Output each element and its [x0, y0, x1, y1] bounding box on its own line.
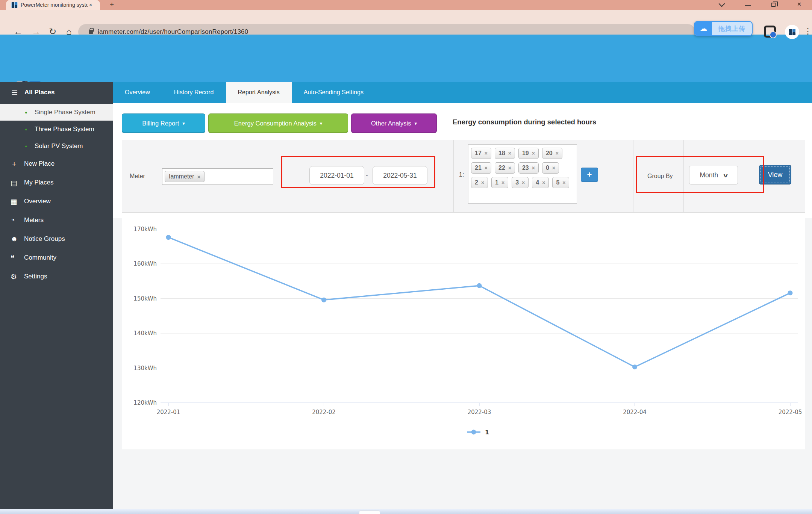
- page-tab[interactable]: Overview: [113, 82, 162, 103]
- group-by-select[interactable]: Month v: [689, 166, 738, 184]
- chip-remove-icon[interactable]: ×: [532, 150, 535, 156]
- svg-text:150kWh: 150kWh: [133, 295, 157, 302]
- meter-label: Meter: [130, 173, 145, 180]
- chip-remove-icon[interactable]: ×: [562, 180, 565, 186]
- date-to-input[interactable]: 2022-05-31: [373, 166, 427, 185]
- browser-menu-icon[interactable]: ⋮: [804, 26, 812, 36]
- page-tab-bar: Overview History Record Report Analysis …: [113, 82, 812, 103]
- upload-overlay-label: 拖拽上传: [712, 22, 752, 35]
- content-area: Billing Report ▾ Energy Consumption Anal…: [113, 103, 812, 509]
- add-hour-group-button[interactable]: +: [581, 168, 598, 182]
- hour-chip[interactable]: 18 ×: [495, 148, 515, 159]
- browser-tab[interactable]: PowerMeter monitoring system ×: [6, 0, 100, 10]
- hour-chip[interactable]: 21 ×: [471, 162, 491, 174]
- sidebar-header-all-places[interactable]: ☰ All Places: [0, 82, 113, 103]
- meter-select-input[interactable]: Iammeter ×: [162, 168, 273, 185]
- svg-text:2022-01: 2022-01: [157, 409, 180, 416]
- sidebar-item-icon: ●: [25, 144, 35, 148]
- chip-remove-icon[interactable]: ×: [532, 165, 535, 171]
- sidebar-item-icon: ▦: [11, 197, 24, 206]
- hour-chip[interactable]: 23 ×: [518, 162, 539, 174]
- window-close-button[interactable]: ×: [795, 1, 804, 8]
- hamburger-icon: ☰: [11, 88, 18, 97]
- browser-tab-title: PowerMeter monitoring system: [21, 2, 88, 8]
- window-minimize-button[interactable]: [745, 5, 751, 6]
- new-tab-button[interactable]: +: [110, 0, 114, 9]
- date-from-input[interactable]: 2022-01-01: [309, 166, 364, 185]
- chip-remove-icon[interactable]: ×: [552, 165, 555, 171]
- sidebar-item[interactable]: ❝ Community: [0, 248, 113, 267]
- chip-remove-icon[interactable]: ×: [522, 180, 525, 186]
- svg-text:130kWh: 130kWh: [133, 365, 157, 372]
- sidebar-item-icon: ＋: [11, 159, 24, 169]
- sidebar-item[interactable]: ＋ New Place: [0, 154, 113, 173]
- chip-remove-icon[interactable]: ×: [556, 150, 559, 156]
- browser-tab-strip: PowerMeter monitoring system × + ×: [0, 0, 812, 10]
- sidebar-item-icon: ☻: [11, 235, 24, 243]
- hour-chip[interactable]: 17 ×: [471, 148, 491, 159]
- hour-chip[interactable]: 4 ×: [532, 177, 549, 188]
- page-tab[interactable]: Auto-Sending Settings: [292, 82, 376, 103]
- report-dropdown-button[interactable]: Other Analysis ▾: [351, 113, 437, 133]
- view-button[interactable]: View: [759, 165, 791, 184]
- sidebar-item-icon: ◔: [11, 216, 24, 224]
- sidebar-item-icon: ⚙: [11, 272, 24, 281]
- chip-remove-icon[interactable]: ×: [508, 150, 511, 156]
- hour-chip[interactable]: 5 ×: [552, 177, 569, 188]
- browser-toolbar: ← → ↻ ⌂ iammeter.com/dz/user/hourCompari…: [0, 10, 812, 35]
- window-menu-chevron-icon[interactable]: [719, 1, 725, 7]
- page-tab[interactable]: Report Analysis: [226, 82, 292, 103]
- sidebar-item[interactable]: ◔ Meters: [0, 211, 113, 230]
- chip-remove-icon[interactable]: ×: [508, 165, 511, 171]
- group-by-label: Group By: [647, 173, 673, 180]
- sidebar-item-label: Community: [24, 254, 56, 262]
- chip-remove-icon[interactable]: ×: [481, 180, 484, 186]
- chip-remove-icon[interactable]: ×: [485, 150, 488, 156]
- netdisk-upload-overlay[interactable]: ☁ 拖拽上传: [694, 21, 753, 36]
- svg-text:140kWh: 140kWh: [133, 330, 157, 337]
- hour-chip[interactable]: 3 ×: [512, 177, 529, 188]
- caret-down-icon: ▾: [320, 121, 323, 126]
- sidebar-item[interactable]: ⚙ Settings: [0, 267, 113, 286]
- screen: PowerMeter monitoring system × + × ← → ↻…: [0, 0, 812, 514]
- chip-remove-icon[interactable]: ×: [485, 165, 488, 171]
- taskbar-peek-button[interactable]: [359, 510, 380, 514]
- sidebar-item[interactable]: ▤ My Places: [0, 173, 113, 192]
- hour-chip[interactable]: 1 ×: [491, 177, 508, 188]
- sidebar-item[interactable]: ● Solar PV System: [0, 138, 113, 154]
- line-chart-card: 170kWh160kWh150kWh140kWh130kWh120kWh2022…: [122, 218, 805, 449]
- hour-chip[interactable]: 20 ×: [542, 148, 562, 159]
- meter-chip: Iammeter ×: [165, 171, 205, 182]
- date-range-separator: -: [366, 171, 368, 179]
- chip-remove-icon[interactable]: ×: [542, 180, 545, 186]
- chip-remove-icon[interactable]: ×: [501, 180, 504, 186]
- sidebar-item[interactable]: ☻ Notice Groups: [0, 230, 113, 248]
- app-header: IAMMETER / PowerMeter monitoring system: [0, 35, 812, 82]
- sidebar: ● Single Phase System ● Three Phase Syst…: [0, 103, 113, 509]
- hour-chip[interactable]: 22 ×: [495, 162, 515, 174]
- hour-chip[interactable]: 19 ×: [518, 148, 539, 159]
- sidebar-item-icon: ●: [25, 127, 35, 132]
- page-tab[interactable]: History Record: [162, 82, 226, 103]
- sidebar-item-label: Settings: [24, 273, 47, 280]
- svg-text:2022-05: 2022-05: [779, 409, 802, 416]
- sidebar-item-label: Solar PV System: [35, 142, 83, 150]
- tab-close-icon[interactable]: ×: [89, 2, 92, 8]
- filter-table: Meter Iammeter × 2022-01-01 - 2022-05-31…: [122, 140, 805, 213]
- browser-profile-avatar[interactable]: [785, 25, 799, 39]
- sidebar-item-label: Notice Groups: [24, 235, 65, 243]
- sidebar-item[interactable]: ● Three Phase System: [0, 121, 113, 138]
- chip-remove-icon[interactable]: ×: [197, 174, 201, 180]
- hour-chip[interactable]: 2 ×: [471, 177, 488, 188]
- hour-chip[interactable]: 0 ×: [542, 162, 559, 174]
- lock-icon: [89, 30, 93, 34]
- site-favicon: [11, 2, 18, 8]
- sidebar-item[interactable]: ▦ Overview: [0, 192, 113, 211]
- sidebar-header-label: All Places: [24, 89, 55, 96]
- side-panel-extension-icon[interactable]: [764, 26, 776, 38]
- window-restore-button[interactable]: [771, 3, 776, 7]
- selected-hours-box[interactable]: 17 × 18 × 19 × 20 ×: [468, 144, 577, 204]
- sidebar-item[interactable]: ● Single Phase System: [0, 104, 113, 121]
- report-dropdown-button[interactable]: Energy Consumption Analysis ▾: [208, 113, 348, 133]
- report-dropdown-button[interactable]: Billing Report ▾: [122, 113, 205, 133]
